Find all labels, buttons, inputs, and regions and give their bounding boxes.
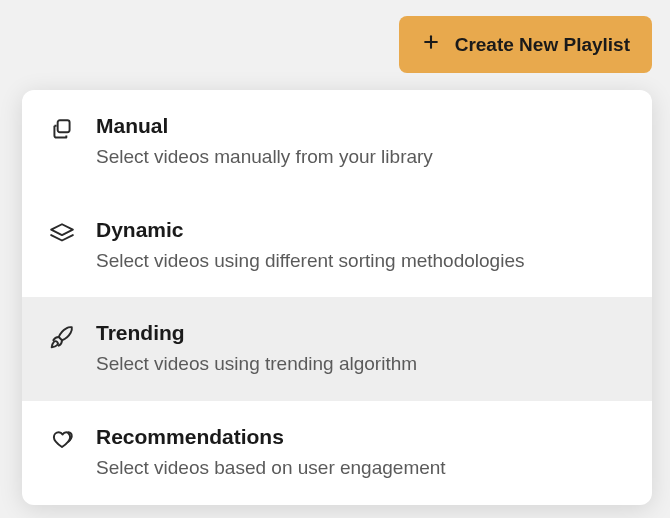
option-desc: Select videos manually from your library: [96, 144, 626, 170]
layers-icon: [48, 220, 76, 248]
option-text: Recommendations Select videos based on u…: [96, 425, 626, 481]
option-dynamic[interactable]: Dynamic Select videos using different so…: [22, 194, 652, 298]
option-recommendations[interactable]: Recommendations Select videos based on u…: [22, 401, 652, 505]
svg-marker-3: [51, 224, 73, 235]
option-trending[interactable]: Trending Select videos using trending al…: [22, 297, 652, 401]
option-title: Dynamic: [96, 218, 626, 242]
create-playlist-button[interactable]: Create New Playlist: [399, 16, 652, 73]
rocket-icon: [48, 323, 76, 351]
option-desc: Select videos using different sorting me…: [96, 248, 626, 274]
option-desc: Select videos using trending algorithm: [96, 351, 626, 377]
option-text: Dynamic Select videos using different so…: [96, 218, 626, 274]
plus-icon: [421, 32, 441, 57]
playlist-type-dropdown: Manual Select videos manually from your …: [22, 90, 652, 505]
option-text: Trending Select videos using trending al…: [96, 321, 626, 377]
option-title: Recommendations: [96, 425, 626, 449]
option-manual[interactable]: Manual Select videos manually from your …: [22, 90, 652, 194]
option-title: Trending: [96, 321, 626, 345]
option-title: Manual: [96, 114, 626, 138]
create-playlist-label: Create New Playlist: [455, 34, 630, 56]
option-desc: Select videos based on user engagement: [96, 455, 626, 481]
hearts-icon: [48, 427, 76, 455]
copy-icon: [48, 116, 76, 144]
option-text: Manual Select videos manually from your …: [96, 114, 626, 170]
svg-rect-2: [58, 120, 70, 132]
